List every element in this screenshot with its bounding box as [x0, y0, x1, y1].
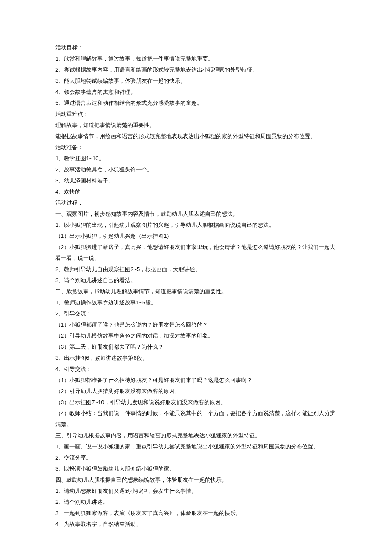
text-line: 3、出示挂图6，教师讲述故事第6段。	[55, 353, 337, 364]
text-line: 5、通过语言表达和动作相结合的形式充分感受故事的童趣。	[55, 98, 337, 109]
text-line: 4、引导交流：	[55, 364, 337, 375]
text-line: 2、引导交流：	[55, 308, 337, 319]
text-line: 1、请幼儿想象好朋友们又遇到小狐狸，会发生什么事情。	[55, 486, 337, 497]
text-line: 1、教师边操作故事盒边讲述故事1~5段。	[55, 297, 337, 308]
text-line: （1）小狐狸都请了谁？他是怎么说的？好朋友是怎么回答的？	[55, 319, 337, 330]
text-line: （3）出示挂图7~10，引导幼儿发现和说说好朋友们没来做客的原因。	[55, 397, 337, 408]
text-line: （3）第二天，好朋友们都去了吗？为什么？	[55, 341, 337, 353]
text-line: 3、幼儿添画材料若干。	[55, 175, 337, 186]
text-line: 2、请个别幼儿讲述。	[55, 497, 337, 508]
text-line: 一、观察图片，初步感知故事内容及情节，鼓励幼儿大胆表述自己的想法。	[55, 208, 337, 220]
text-line: （1）小狐狸都准备了什么招待好朋友？可是好朋友们来了吗？这是怎么回事啊？	[55, 375, 337, 386]
text-line: （1）出示小狐狸，引起幼儿兴趣（出示挂图1）	[55, 231, 337, 242]
text-line: 活动目标：	[55, 42, 337, 53]
text-line: 能根据故事情节，用绘画和语言的形式较完整地表现表达出小狐狸的家的外型特征和周围景…	[55, 131, 337, 142]
text-line: 活动重难点：	[55, 109, 337, 120]
text-line: （2）引导幼儿模仿故事中角色之间的对话，加深对故事的印象。	[55, 330, 337, 341]
text-line: 2、尝试根据故事内容，用语言和绘画的形式较完整地表达出小狐狸家的外型特征。	[55, 64, 337, 75]
text-line: 2、教师引导幼儿自由观察挂图2~5，根据画面，大胆讲述。	[55, 264, 337, 275]
text-line: 4、欢快的	[55, 186, 337, 197]
text-line: 四、鼓励幼儿大胆根据自己的想象续编故事，体验朋友在一起的快乐。	[55, 474, 337, 486]
text-line: 三、引导幼儿根据故事内容，用语言和绘画的形式完整地表达小狐狸家的外型特征。	[55, 430, 337, 441]
text-line: 1、欣赏和理解故事，通过故事，知道把一件事情说完整地重要。	[55, 53, 337, 64]
text-line: 3、能大胆地尝试续编故事，体验朋友在一起的快乐。	[55, 75, 337, 87]
document-body: 活动目标：1、欣赏和理解故事，通过故事，知道把一件事情说完整地重要。2、尝试根据…	[55, 42, 337, 530]
horizontal-rule	[55, 30, 337, 30]
text-line: 1、教学挂图1~10。	[55, 153, 337, 164]
document-page: 活动目标：1、欣赏和理解故事，通过故事，知道把一件事情说完整地重要。2、尝试根据…	[0, 0, 392, 555]
text-line: 4、领会故事蕴含的寓意和哲理。	[55, 87, 337, 98]
text-line: 活动准备：	[55, 142, 337, 153]
text-line: 3、请个别幼儿讲述自己的看法。	[55, 275, 337, 286]
text-line: 3、以扮演小狐狸鼓励幼儿大胆介绍小狐狸的家。	[55, 463, 337, 474]
text-line: （4）教师小结：当我们说一件事情的时候，不能只说其中的一个方面，要把各个方面说清…	[55, 408, 337, 430]
text-line: （2）小狐狸搬进了新房子，真高兴，他想请好朋友们来家里玩，他会请谁？他是怎么邀请…	[55, 242, 337, 264]
text-line: 理解故事，知道把事情说清楚的重要性。	[55, 120, 337, 131]
text-line: 二、欣赏故事，帮助幼儿理解故事情节，知道把事情说清楚的重要性。	[55, 286, 337, 297]
text-line: 活动过程：	[55, 197, 337, 208]
text-line: 3、一起到狐狸家做客，表演《朋友来了真高兴》，体验朋友在一起的快乐。	[55, 508, 337, 519]
text-line: （2）引导幼儿大胆猜测好朋友没有来做客的原因。	[55, 386, 337, 397]
text-line: 2、交流分享。	[55, 452, 337, 463]
text-line: 4、为故事取名字，自然结束活动。	[55, 519, 337, 530]
text-line: 2、故事活动教具盒，小狐狸头饰一个。	[55, 164, 337, 175]
text-line: 1、画一画、说一说小狐狸的家，重点引导幼儿尝试完整地说出小狐狸家的外型特征和周围…	[55, 441, 337, 452]
text-line: 1、以小狐狸的出现，引起幼儿观察图片的兴趣，引导幼儿大胆根据画面说说自己的想法。	[55, 220, 337, 231]
